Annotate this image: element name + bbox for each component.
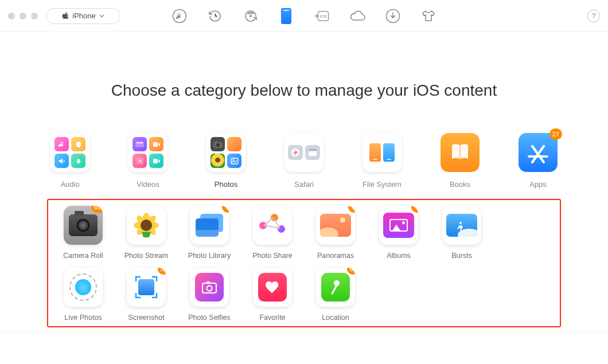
- category-videos[interactable]: Videos: [125, 133, 171, 189]
- svg-rect-15: [215, 141, 217, 143]
- category-safari-label: Safari: [294, 180, 314, 189]
- category-audio[interactable]: Audio: [47, 133, 93, 189]
- category-photos[interactable]: Photos: [203, 133, 249, 189]
- help-label: ?: [591, 11, 595, 20]
- sub-screenshot-label: Screenshot: [128, 314, 164, 322]
- sub-panoramas[interactable]: 2 Panoramas: [304, 206, 367, 260]
- category-apps-label: Apps: [529, 180, 547, 189]
- svg-rect-7: [137, 142, 138, 143]
- music-icon[interactable]: [172, 8, 188, 24]
- footer-divider: [0, 331, 608, 332]
- sub-camera-roll[interactable]: 693 Camera Roll: [52, 206, 115, 260]
- phone-device-icon[interactable]: [278, 8, 294, 24]
- main-content: Choose a category below to manage your i…: [0, 32, 608, 327]
- svg-rect-20: [309, 149, 317, 151]
- location-badge: 60: [347, 268, 355, 275]
- photos-subcategories-panel: 693 Camera Roll: [47, 199, 561, 327]
- svg-point-14: [216, 143, 220, 147]
- svg-rect-8: [139, 142, 141, 143]
- apple-icon: [62, 12, 69, 20]
- sub-bursts[interactable]: Bursts: [430, 206, 493, 260]
- sub-favorite-label: Favorite: [259, 314, 285, 322]
- category-safari[interactable]: Safari: [281, 133, 327, 189]
- sub-albums-label: Albums: [387, 252, 411, 260]
- camera-roll-badge: 693: [91, 206, 103, 213]
- icloud-icon[interactable]: [349, 8, 365, 24]
- sub-photo-stream-label: Photo Stream: [124, 252, 168, 260]
- photo-library-badge: 5: [222, 206, 229, 213]
- sub-photo-selfies-label: Photo Selfies: [188, 314, 231, 322]
- category-row: Audio Videos: [0, 133, 608, 189]
- svg-point-1: [250, 15, 252, 17]
- category-books-label: Books: [450, 180, 470, 189]
- page-title: Choose a category below to manage your i…: [0, 81, 608, 100]
- to-ios-icon[interactable]: iOS: [314, 8, 330, 24]
- skin-icon[interactable]: [420, 8, 436, 24]
- titlebar: iPhone iOS ?: [0, 0, 608, 32]
- panoramas-badge: 2: [348, 206, 355, 213]
- screenshot-badge: 34: [158, 268, 166, 275]
- sub-location-label: Location: [322, 314, 349, 322]
- chevron-down-icon: [99, 14, 104, 18]
- close-window-button[interactable]: [8, 13, 15, 19]
- category-apps[interactable]: 27 Apps: [515, 133, 561, 189]
- sub-live-photos-label: Live Photos: [64, 314, 102, 322]
- sub-live-photos[interactable]: Live Photos: [52, 268, 115, 322]
- category-file-system[interactable]: File System: [359, 133, 405, 189]
- sub-camera-roll-label: Camera Roll: [63, 252, 103, 260]
- svg-rect-9: [141, 142, 143, 143]
- svg-rect-25: [206, 281, 210, 284]
- category-photos-label: Photos: [215, 180, 237, 189]
- sub-photo-library[interactable]: 5 Photo Library: [178, 206, 241, 260]
- sub-albums[interactable]: 6 Albums: [367, 206, 430, 260]
- svg-text:iOS: iOS: [319, 14, 326, 19]
- sub-photo-stream[interactable]: Photo Stream: [115, 206, 178, 260]
- help-button[interactable]: ?: [587, 10, 600, 22]
- svg-rect-5: [77, 159, 80, 162]
- wifi-transfer-icon[interactable]: [243, 8, 259, 24]
- svg-rect-16: [231, 158, 238, 164]
- sub-photo-library-label: Photo Library: [188, 252, 231, 260]
- toolbar-center: iOS: [172, 8, 436, 24]
- download-icon[interactable]: [385, 8, 401, 24]
- sub-photo-share-label: Photo Share: [252, 252, 293, 260]
- apps-badge: 27: [549, 128, 562, 140]
- device-name: iPhone: [72, 11, 95, 20]
- svg-point-17: [232, 159, 234, 161]
- category-books[interactable]: Books: [437, 133, 483, 189]
- sub-panoramas-label: Panoramas: [317, 252, 354, 260]
- sub-location[interactable]: 60 Location: [304, 268, 367, 322]
- category-file-system-label: File System: [363, 180, 402, 189]
- svg-rect-12: [153, 159, 158, 163]
- fullscreen-window-button[interactable]: [31, 13, 38, 19]
- sub-favorite[interactable]: Favorite: [241, 268, 304, 322]
- category-videos-label: Videos: [137, 180, 159, 189]
- sub-photo-selfies[interactable]: Photo Selfies: [178, 268, 241, 322]
- sub-photo-share[interactable]: Photo Share: [241, 206, 304, 260]
- window-controls: [8, 13, 38, 19]
- albums-badge: 6: [411, 206, 418, 213]
- minimize-window-button[interactable]: [20, 13, 26, 19]
- sub-bursts-label: Bursts: [451, 252, 471, 260]
- sub-screenshot[interactable]: 34 Screenshot: [115, 268, 178, 322]
- svg-rect-10: [153, 142, 158, 147]
- device-selector[interactable]: iPhone: [46, 8, 120, 24]
- backup-history-icon[interactable]: [207, 8, 223, 24]
- category-audio-label: Audio: [60, 180, 79, 189]
